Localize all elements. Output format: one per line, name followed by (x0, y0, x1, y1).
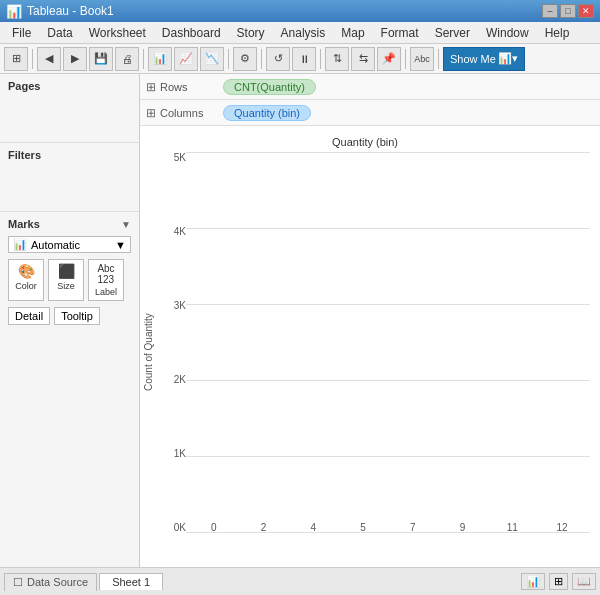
rows-icon: ⊞ (146, 80, 156, 94)
toolbar-sep-4 (261, 49, 262, 69)
left-panel: Pages Filters Marks ▼ 📊 Automatic ▼ 🎨 Co… (0, 74, 140, 567)
tab-bar: ☐ Data Source Sheet 1 📊 ⊞ 📖 (0, 567, 600, 595)
toolbar-forward-button[interactable]: ▶ (63, 47, 87, 71)
toolbar-save-button[interactable]: 💾 (89, 47, 113, 71)
y-tick-2k: 2K (158, 374, 186, 385)
rows-shelf: ⊞ Rows CNT(Quantity) (140, 74, 600, 100)
menu-help[interactable]: Help (537, 24, 578, 42)
new-dashboard-button[interactable]: ⊞ (549, 573, 568, 590)
chart-wrapper: Count of Quantity 0K 1K 2K 3K 4K 5K (140, 152, 590, 553)
x-label-4: 4 (311, 522, 317, 533)
toolbar-refresh-button[interactable]: ↺ (266, 47, 290, 71)
bars-container: 0245791112 (186, 152, 590, 553)
toolbar-chart2-button[interactable]: 📈 (174, 47, 198, 71)
datasource-icon: ☐ (13, 576, 23, 589)
toolbar-filter-button[interactable]: ⚙ (233, 47, 257, 71)
marks-title: Marks (8, 218, 40, 230)
menu-format[interactable]: Format (373, 24, 427, 42)
toolbar-sort-button[interactable]: ⇅ (325, 47, 349, 71)
toolbar-text-button[interactable]: Abc (410, 47, 434, 71)
pages-section: Pages (0, 74, 139, 143)
columns-pill[interactable]: Quantity (bin) (223, 105, 311, 121)
toolbar-sep-1 (32, 49, 33, 69)
label-label: Label (95, 287, 117, 297)
toolbar-sep-3 (228, 49, 229, 69)
window-controls: – □ ✕ (542, 4, 594, 18)
menu-story[interactable]: Story (229, 24, 273, 42)
bar-group-12[interactable]: 12 (540, 519, 584, 533)
show-me-button[interactable]: Show Me 📊▾ (443, 47, 525, 71)
x-label-2: 2 (261, 522, 267, 533)
menu-server[interactable]: Server (427, 24, 478, 42)
toolbar-grid-button[interactable]: ⊞ (4, 47, 28, 71)
x-label-7: 7 (410, 522, 416, 533)
toolbar-chart3-button[interactable]: 📉 (200, 47, 224, 71)
detail-tooltip-row: Detail Tooltip (8, 307, 131, 325)
app-icon: 📊 (6, 4, 22, 19)
sheet1-tab[interactable]: Sheet 1 (99, 573, 163, 590)
main-layout: Pages Filters Marks ▼ 📊 Automatic ▼ 🎨 Co… (0, 74, 600, 567)
menu-window[interactable]: Window (478, 24, 537, 42)
data-source-label: Data Source (27, 576, 88, 588)
toolbar-pause-button[interactable]: ⏸ (292, 47, 316, 71)
marks-type-dropdown[interactable]: 📊 Automatic ▼ (8, 236, 131, 253)
close-button[interactable]: ✕ (578, 4, 594, 18)
toolbar-pin-button[interactable]: 📌 (377, 47, 401, 71)
minimize-button[interactable]: – (542, 4, 558, 18)
size-icon: ⬛ (58, 263, 75, 279)
show-me-label: Show Me (450, 53, 496, 65)
bar-group-2[interactable]: 2 (242, 519, 286, 533)
window-title: Tableau - Book1 (27, 4, 542, 18)
columns-label: Columns (160, 107, 215, 119)
label-button[interactable]: Abc123 Label (88, 259, 124, 301)
bars-row: 0245791112 (186, 152, 590, 553)
new-story-button[interactable]: 📖 (572, 573, 596, 590)
toolbar-back-button[interactable]: ◀ (37, 47, 61, 71)
marks-buttons: 🎨 Color ⬛ Size Abc123 Label (8, 259, 131, 301)
x-label-0: 0 (211, 522, 217, 533)
chart-title: Quantity (bin) (140, 136, 590, 148)
y-tick-1k: 1K (158, 448, 186, 459)
menu-worksheet[interactable]: Worksheet (81, 24, 154, 42)
bar-group-4[interactable]: 4 (292, 519, 336, 533)
bar-group-5[interactable]: 5 (341, 519, 385, 533)
toolbar-sep-7 (438, 49, 439, 69)
color-button[interactable]: 🎨 Color (8, 259, 44, 301)
data-source-tab[interactable]: ☐ Data Source (4, 573, 97, 591)
menu-dashboard[interactable]: Dashboard (154, 24, 229, 42)
color-icon: 🎨 (18, 263, 35, 279)
toolbar: ⊞ ◀ ▶ 💾 🖨 📊 📈 📉 ⚙ ↺ ⏸ ⇅ ⇆ 📌 Abc Show Me … (0, 44, 600, 74)
toolbar-print-button[interactable]: 🖨 (115, 47, 139, 71)
toolbar-chart1-button[interactable]: 📊 (148, 47, 172, 71)
columns-shelf: ⊞ Columns Quantity (bin) (140, 100, 600, 126)
x-label-9: 9 (460, 522, 466, 533)
title-bar: 📊 Tableau - Book1 – □ ✕ (0, 0, 600, 22)
toolbar-sort2-button[interactable]: ⇆ (351, 47, 375, 71)
menu-file[interactable]: File (4, 24, 39, 42)
pages-title: Pages (8, 80, 131, 92)
rows-label: Rows (160, 81, 215, 93)
filters-content (8, 165, 131, 205)
rows-pill[interactable]: CNT(Quantity) (223, 79, 316, 95)
bar-group-9[interactable]: 9 (441, 519, 485, 533)
filters-title: Filters (8, 149, 131, 161)
bar-group-7[interactable]: 7 (391, 519, 435, 533)
menu-analysis[interactable]: Analysis (273, 24, 334, 42)
bar-group-11[interactable]: 11 (491, 519, 535, 533)
y-tick-5k: 5K (158, 152, 186, 163)
bar-group-0[interactable]: 0 (192, 519, 236, 533)
y-axis-label: Count of Quantity (140, 152, 156, 553)
maximize-button[interactable]: □ (560, 4, 576, 18)
tooltip-button[interactable]: Tooltip (54, 307, 100, 325)
tab-icons: 📊 ⊞ 📖 (521, 573, 596, 590)
y-tick-3k: 3K (158, 300, 186, 311)
menu-data[interactable]: Data (39, 24, 80, 42)
marks-dropdown-arrow: ▼ (115, 239, 126, 251)
new-worksheet-button[interactable]: 📊 (521, 573, 545, 590)
show-me-chart-icon: 📊▾ (498, 52, 518, 65)
y-tick-0: 0K (158, 522, 186, 533)
menu-map[interactable]: Map (333, 24, 372, 42)
chart-plot: 0K 1K 2K 3K 4K 5K (158, 152, 590, 553)
detail-button[interactable]: Detail (8, 307, 50, 325)
size-button[interactable]: ⬛ Size (48, 259, 84, 301)
